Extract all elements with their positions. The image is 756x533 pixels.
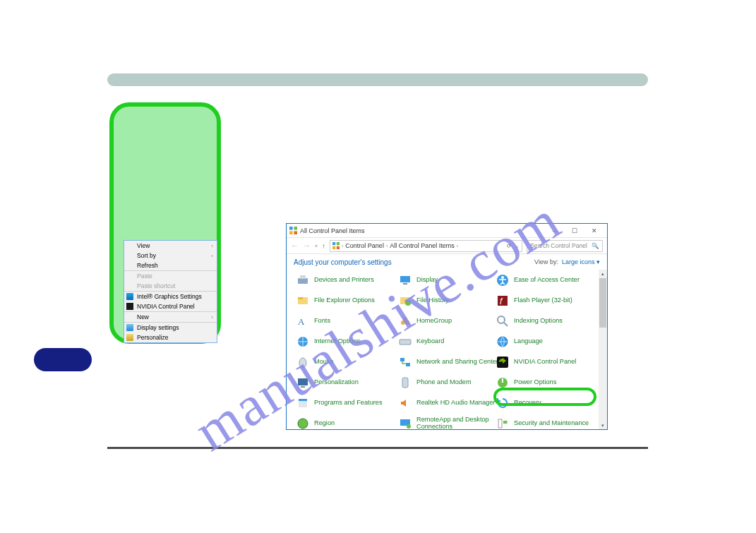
cp-item[interactable]: Phone and Modem — [399, 372, 505, 393]
cp-item-label: Mouse — [314, 359, 334, 366]
menu-intel-graphics[interactable]: Intel® Graphics Settings — [124, 292, 217, 301]
close-button[interactable]: ✕ — [584, 224, 604, 237]
svg-rect-18 — [299, 399, 307, 401]
menu-nvidia-panel[interactable]: NVIDIA Control Panel — [124, 301, 217, 311]
menu-paste: Paste — [124, 271, 217, 281]
cp-item-icon — [496, 315, 509, 328]
cp-item[interactable]: Programs and Features — [296, 393, 402, 413]
search-icon: 🔍 — [592, 242, 599, 249]
cp-item-label: Region — [314, 420, 335, 427]
personalize-icon — [126, 334, 133, 341]
cp-item[interactable]: HomeGroup — [399, 311, 505, 331]
chevron-right-icon: › — [386, 244, 388, 248]
svg-point-38 — [498, 316, 505, 323]
menu-display-settings[interactable]: Display settings — [124, 323, 217, 333]
svg-rect-29 — [400, 358, 404, 361]
minimize-button[interactable]: ─ — [545, 224, 565, 237]
cp-item-icon — [399, 417, 412, 430]
cp-item-label: Programs and Features — [314, 400, 383, 407]
menu-refresh[interactable]: Refresh — [124, 260, 217, 270]
search-input[interactable]: Search Control Panel 🔍 — [527, 240, 603, 252]
svg-rect-22 — [403, 283, 407, 285]
menu-personalize[interactable]: Personalize — [124, 333, 217, 342]
nav-bar: ← → ▾ ↑ › Control Panel › All Control Pa… — [287, 238, 607, 254]
cp-item-icon: f — [496, 294, 509, 307]
svg-rect-8 — [298, 278, 308, 284]
menu-view[interactable]: View› — [124, 241, 217, 251]
cp-item[interactable]: Security and Maintenance — [496, 413, 602, 430]
forward-button[interactable]: → — [303, 241, 311, 250]
breadcrumb[interactable]: Control Panel — [345, 242, 384, 249]
cp-item[interactable]: Devices and Printers — [296, 270, 402, 290]
back-button[interactable]: ← — [291, 241, 299, 250]
cp-item-label: Ease of Access Center — [514, 277, 580, 284]
cp-item[interactable]: AFonts — [296, 311, 402, 331]
scroll-up-icon[interactable]: ▴ — [599, 270, 607, 278]
cp-item[interactable]: fFlash Player (32-bit) — [496, 290, 602, 311]
view-by-value: Large icons — [562, 258, 595, 265]
cp-item-icon — [296, 335, 309, 348]
svg-rect-6 — [332, 246, 335, 249]
cp-item[interactable]: NVIDIA Control Panel — [496, 352, 602, 372]
menu-label: New — [137, 313, 149, 321]
chevron-right-icon: › — [457, 244, 458, 248]
scrollbar[interactable]: ▴ ▾ — [599, 270, 607, 430]
svg-point-35 — [501, 276, 504, 279]
svg-rect-4 — [332, 242, 335, 245]
cp-item-label: Flash Player (32-bit) — [514, 297, 572, 304]
view-by-control[interactable]: View by: Large icons ▾ — [534, 258, 600, 265]
cp-item-label: Realtek HD Audio Manager — [416, 400, 495, 407]
cp-item-icon — [399, 376, 412, 389]
menu-new[interactable]: New› — [124, 312, 217, 322]
up-button[interactable]: ↑ — [322, 242, 325, 250]
cp-item-label: File Explorer Options — [314, 297, 375, 304]
cp-item[interactable]: Ease of Access Center — [496, 270, 602, 290]
menu-paste-shortcut: Paste shortcut — [124, 281, 217, 291]
display-icon — [126, 324, 133, 331]
cp-item[interactable]: Indexing Options — [496, 311, 602, 331]
cp-item[interactable]: Mouse — [296, 352, 402, 372]
cp-item[interactable]: File Explorer Options — [296, 290, 402, 311]
menu-label: Intel® Graphics Settings — [137, 293, 202, 300]
cp-item-icon — [399, 335, 412, 348]
cp-item[interactable]: Realtek HD Audio Manager — [399, 393, 505, 413]
cp-item[interactable]: Internet Options — [296, 331, 402, 352]
menu-sortby[interactable]: Sort by› — [124, 251, 217, 260]
cp-item[interactable]: Display — [399, 270, 505, 290]
cp-item-label: Language — [514, 338, 543, 345]
scroll-thumb[interactable] — [599, 278, 606, 328]
svg-rect-43 — [498, 419, 502, 428]
cp-item[interactable]: Language — [496, 331, 602, 352]
cp-item[interactable]: Keyboard — [399, 331, 505, 352]
cp-item[interactable]: Region — [296, 413, 402, 430]
breadcrumb[interactable]: All Control Panel Items — [390, 242, 455, 249]
cp-item[interactable]: File History — [399, 290, 505, 311]
cp-item-icon — [296, 294, 309, 307]
cp-item-icon — [496, 376, 509, 389]
cp-item-label: Personalization — [314, 379, 359, 386]
maximize-button[interactable]: ☐ — [565, 224, 584, 237]
subheader: Adjust your computer's settings View by:… — [287, 254, 607, 270]
cp-item[interactable]: Recovery — [496, 393, 602, 413]
window-title: All Control Panel Items — [300, 227, 365, 234]
scroll-down-icon[interactable]: ▾ — [599, 421, 607, 430]
cp-item[interactable]: RemoteApp and Desktop Connections — [399, 413, 505, 430]
address-bar[interactable]: › Control Panel › All Control Panel Item… — [330, 240, 522, 252]
grid-col-1: Devices and PrintersFile Explorer Option… — [296, 270, 402, 430]
blue-oval-badge — [34, 348, 92, 371]
recent-dropdown[interactable]: ▾ — [315, 243, 318, 249]
chevron-right-icon: › — [342, 244, 343, 248]
svg-rect-31 — [402, 378, 408, 388]
cp-item-label: Security and Maintenance — [514, 420, 589, 427]
control-panel-icon — [289, 227, 297, 234]
cp-item-icon — [296, 417, 309, 430]
refresh-dropdown[interactable]: ⟳ ⌄ — [507, 243, 520, 249]
chevron-right-icon: › — [211, 314, 213, 321]
cp-item[interactable]: Network and Sharing Center — [399, 352, 505, 372]
control-panel-window: All Control Panel Items ─ ☐ ✕ ← → ▾ ↑ › … — [286, 223, 608, 430]
cp-item[interactable]: Personalization — [296, 372, 402, 393]
svg-rect-28 — [400, 340, 411, 345]
cp-item[interactable]: Power Options — [496, 372, 602, 393]
svg-rect-5 — [337, 242, 340, 245]
cp-item-label: NVIDIA Control Panel — [514, 359, 576, 366]
